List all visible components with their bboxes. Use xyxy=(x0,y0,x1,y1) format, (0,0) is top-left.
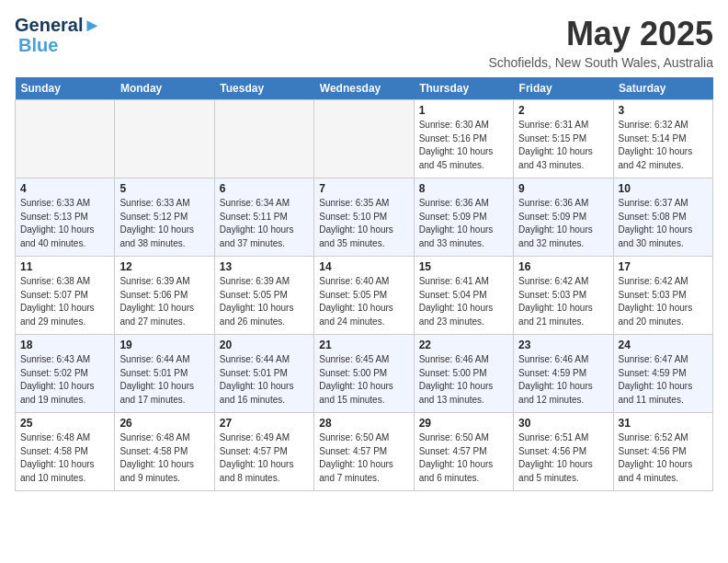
calendar-cell: 9Sunrise: 6:36 AM Sunset: 5:09 PM Daylig… xyxy=(514,178,613,257)
day-info: Sunrise: 6:44 AM Sunset: 5:01 PM Dayligh… xyxy=(220,353,309,407)
calendar-cell xyxy=(16,100,115,178)
day-info: Sunrise: 6:46 AM Sunset: 4:59 PM Dayligh… xyxy=(518,353,608,407)
day-number: 28 xyxy=(319,417,408,430)
day-info: Sunrise: 6:37 AM Sunset: 5:08 PM Dayligh… xyxy=(619,197,708,250)
calendar-cell: 28Sunrise: 6:50 AM Sunset: 4:57 PM Dayli… xyxy=(314,413,414,491)
day-number: 7 xyxy=(319,182,408,195)
calendar-cell: 10Sunrise: 6:37 AM Sunset: 5:08 PM Dayli… xyxy=(613,178,712,257)
calendar-cell: 3Sunrise: 6:32 AM Sunset: 5:14 PM Daylig… xyxy=(613,100,712,178)
day-info: Sunrise: 6:31 AM Sunset: 5:15 PM Dayligh… xyxy=(518,119,608,172)
day-number: 9 xyxy=(518,182,608,195)
day-number: 10 xyxy=(619,182,708,195)
calendar-cell: 16Sunrise: 6:42 AM Sunset: 5:03 PM Dayli… xyxy=(514,257,613,335)
day-info: Sunrise: 6:39 AM Sunset: 5:05 PM Dayligh… xyxy=(220,275,309,328)
calendar-cell: 24Sunrise: 6:47 AM Sunset: 4:59 PM Dayli… xyxy=(613,335,712,413)
day-info: Sunrise: 6:45 AM Sunset: 5:00 PM Dayligh… xyxy=(319,353,408,407)
weekday-header-friday: Friday xyxy=(514,77,613,100)
day-number: 24 xyxy=(619,339,708,351)
day-info: Sunrise: 6:39 AM Sunset: 5:06 PM Dayligh… xyxy=(119,275,209,328)
day-info: Sunrise: 6:35 AM Sunset: 5:10 PM Dayligh… xyxy=(319,197,408,250)
title-block: May 2025 Schofields, New South Wales, Au… xyxy=(488,15,713,70)
day-number: 23 xyxy=(518,339,608,351)
day-number: 3 xyxy=(619,104,708,117)
weekday-header-sunday: Sunday xyxy=(16,77,115,100)
day-info: Sunrise: 6:52 AM Sunset: 4:56 PM Dayligh… xyxy=(619,431,708,485)
week-row-2: 4Sunrise: 6:33 AM Sunset: 5:13 PM Daylig… xyxy=(16,178,713,257)
day-number: 21 xyxy=(319,339,408,351)
logo-text: General► xyxy=(15,15,101,35)
calendar-cell: 23Sunrise: 6:46 AM Sunset: 4:59 PM Dayli… xyxy=(514,335,613,413)
calendar-cell: 21Sunrise: 6:45 AM Sunset: 5:00 PM Dayli… xyxy=(314,335,414,413)
calendar-cell: 27Sunrise: 6:49 AM Sunset: 4:57 PM Dayli… xyxy=(214,413,313,491)
calendar-cell: 20Sunrise: 6:44 AM Sunset: 5:01 PM Dayli… xyxy=(214,335,313,413)
day-info: Sunrise: 6:49 AM Sunset: 4:57 PM Dayligh… xyxy=(220,431,309,485)
day-info: Sunrise: 6:50 AM Sunset: 4:57 PM Dayligh… xyxy=(419,431,508,485)
calendar-cell: 17Sunrise: 6:42 AM Sunset: 5:03 PM Dayli… xyxy=(613,257,712,335)
calendar-cell: 22Sunrise: 6:46 AM Sunset: 5:00 PM Dayli… xyxy=(414,335,513,413)
calendar-cell: 8Sunrise: 6:36 AM Sunset: 5:09 PM Daylig… xyxy=(414,178,513,257)
calendar-cell xyxy=(115,100,214,178)
day-info: Sunrise: 6:42 AM Sunset: 5:03 PM Dayligh… xyxy=(619,275,708,328)
day-info: Sunrise: 6:50 AM Sunset: 4:57 PM Dayligh… xyxy=(319,431,408,485)
calendar-cell: 6Sunrise: 6:34 AM Sunset: 5:11 PM Daylig… xyxy=(214,178,313,257)
day-number: 16 xyxy=(518,260,608,273)
calendar-cell: 12Sunrise: 6:39 AM Sunset: 5:06 PM Dayli… xyxy=(115,257,214,335)
day-info: Sunrise: 6:40 AM Sunset: 5:05 PM Dayligh… xyxy=(319,275,408,328)
week-row-4: 18Sunrise: 6:43 AM Sunset: 5:02 PM Dayli… xyxy=(16,335,713,413)
calendar-cell: 2Sunrise: 6:31 AM Sunset: 5:15 PM Daylig… xyxy=(514,100,613,178)
day-number: 5 xyxy=(119,182,209,195)
day-number: 6 xyxy=(220,182,309,195)
calendar-cell: 31Sunrise: 6:52 AM Sunset: 4:56 PM Dayli… xyxy=(613,413,712,491)
day-info: Sunrise: 6:47 AM Sunset: 4:59 PM Dayligh… xyxy=(619,353,708,407)
weekday-header-monday: Monday xyxy=(115,77,214,100)
day-info: Sunrise: 6:33 AM Sunset: 5:13 PM Dayligh… xyxy=(20,197,109,250)
day-number: 25 xyxy=(20,417,109,430)
weekday-header-wednesday: Wednesday xyxy=(314,77,414,100)
day-number: 8 xyxy=(419,182,508,195)
calendar-cell: 19Sunrise: 6:44 AM Sunset: 5:01 PM Dayli… xyxy=(115,335,214,413)
calendar-cell: 25Sunrise: 6:48 AM Sunset: 4:58 PM Dayli… xyxy=(16,413,115,491)
day-number: 2 xyxy=(518,104,608,117)
day-number: 31 xyxy=(619,417,708,430)
day-info: Sunrise: 6:33 AM Sunset: 5:12 PM Dayligh… xyxy=(119,197,209,250)
day-number: 26 xyxy=(119,417,209,430)
day-number: 15 xyxy=(419,260,508,273)
location: Schofields, New South Wales, Australia xyxy=(488,55,713,70)
calendar-cell: 4Sunrise: 6:33 AM Sunset: 5:13 PM Daylig… xyxy=(16,178,115,257)
day-number: 17 xyxy=(619,260,708,273)
calendar-cell: 13Sunrise: 6:39 AM Sunset: 5:05 PM Dayli… xyxy=(214,257,313,335)
calendar-cell: 1Sunrise: 6:30 AM Sunset: 5:16 PM Daylig… xyxy=(414,100,513,178)
day-number: 19 xyxy=(119,339,209,351)
calendar-cell: 15Sunrise: 6:41 AM Sunset: 5:04 PM Dayli… xyxy=(414,257,513,335)
calendar-cell: 18Sunrise: 6:43 AM Sunset: 5:02 PM Dayli… xyxy=(16,335,115,413)
day-info: Sunrise: 6:36 AM Sunset: 5:09 PM Dayligh… xyxy=(419,197,508,250)
day-number: 13 xyxy=(220,260,309,273)
calendar-cell: 7Sunrise: 6:35 AM Sunset: 5:10 PM Daylig… xyxy=(314,178,414,257)
day-number: 12 xyxy=(119,260,209,273)
week-row-1: 1Sunrise: 6:30 AM Sunset: 5:16 PM Daylig… xyxy=(16,100,713,178)
day-info: Sunrise: 6:51 AM Sunset: 4:56 PM Dayligh… xyxy=(518,431,608,485)
logo-blue: Blue xyxy=(18,35,101,55)
month-title: May 2025 xyxy=(488,15,713,53)
day-number: 4 xyxy=(20,182,109,195)
day-number: 20 xyxy=(220,339,309,351)
day-number: 18 xyxy=(20,339,109,351)
day-number: 29 xyxy=(419,417,508,430)
day-number: 22 xyxy=(419,339,508,351)
day-info: Sunrise: 6:44 AM Sunset: 5:01 PM Dayligh… xyxy=(119,353,209,407)
logo: General► Blue xyxy=(15,15,101,55)
calendar-cell: 29Sunrise: 6:50 AM Sunset: 4:57 PM Dayli… xyxy=(414,413,513,491)
day-info: Sunrise: 6:38 AM Sunset: 5:07 PM Dayligh… xyxy=(20,275,109,328)
weekday-header-tuesday: Tuesday xyxy=(214,77,313,100)
calendar-cell: 5Sunrise: 6:33 AM Sunset: 5:12 PM Daylig… xyxy=(115,178,214,257)
day-info: Sunrise: 6:46 AM Sunset: 5:00 PM Dayligh… xyxy=(419,353,508,407)
calendar-cell xyxy=(214,100,313,178)
weekday-header-thursday: Thursday xyxy=(414,77,513,100)
calendar-cell: 14Sunrise: 6:40 AM Sunset: 5:05 PM Dayli… xyxy=(314,257,414,335)
week-row-5: 25Sunrise: 6:48 AM Sunset: 4:58 PM Dayli… xyxy=(16,413,713,491)
day-info: Sunrise: 6:48 AM Sunset: 4:58 PM Dayligh… xyxy=(20,431,109,485)
day-number: 27 xyxy=(220,417,309,430)
day-number: 30 xyxy=(518,417,608,430)
week-row-3: 11Sunrise: 6:38 AM Sunset: 5:07 PM Dayli… xyxy=(16,257,713,335)
calendar-cell xyxy=(314,100,414,178)
